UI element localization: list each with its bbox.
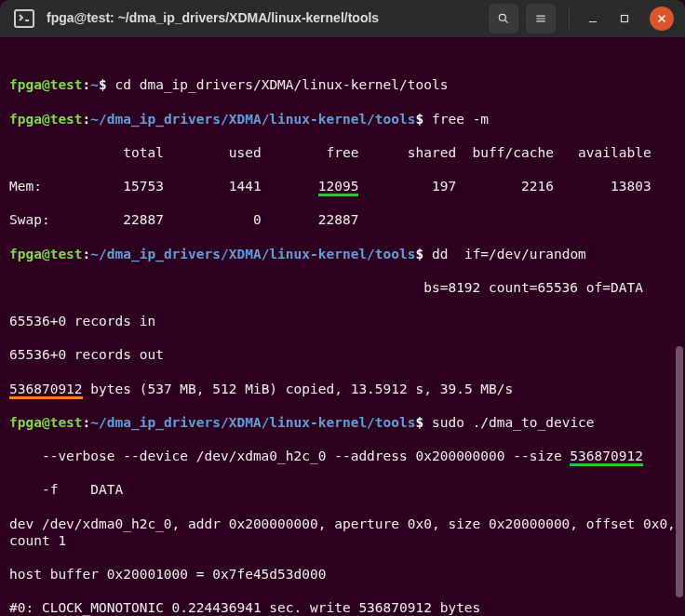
cmd-cd: cd dma_ip_drivers/XDMA/linux-kernel/tool… [115, 77, 449, 92]
svg-point-1 [499, 14, 505, 20]
menu-button[interactable] [526, 4, 556, 33]
dd-bytes: 536870912 [9, 382, 83, 399]
close-button[interactable] [650, 7, 674, 31]
separator [569, 8, 570, 29]
prompt-path: ~ [90, 77, 99, 92]
cmd-dma-to: sudo ./dma_to_device [432, 415, 611, 430]
svg-rect-0 [15, 10, 34, 27]
terminal-icon [13, 7, 35, 30]
window-title: fpga@test: ~/dma_ip_drivers/XDMA/linux-k… [47, 10, 481, 27]
free-mem-free: 12095 [318, 179, 359, 196]
minimize-button[interactable] [581, 4, 605, 33]
prompt-user: fpga@test [9, 77, 83, 92]
maximize-button[interactable] [612, 4, 637, 33]
svg-rect-2 [622, 16, 628, 22]
cmd-free: free -m [432, 112, 489, 127]
search-button[interactable] [489, 4, 518, 33]
free-header: total used free shared buff/cache availa… [9, 144, 676, 161]
scrollbar[interactable] [676, 346, 683, 597]
titlebar: fpga@test: ~/dma_ip_drivers/XDMA/linux-k… [0, 0, 685, 37]
terminal-output[interactable]: fpga@test:~$ cd dma_ip_drivers/XDMA/linu… [0, 37, 685, 616]
to-size: 536870912 [570, 449, 643, 466]
cmd-dd: dd if=/dev/urandom [432, 247, 602, 261]
free-swap: Swap: 22887 0 22887 [9, 211, 676, 228]
